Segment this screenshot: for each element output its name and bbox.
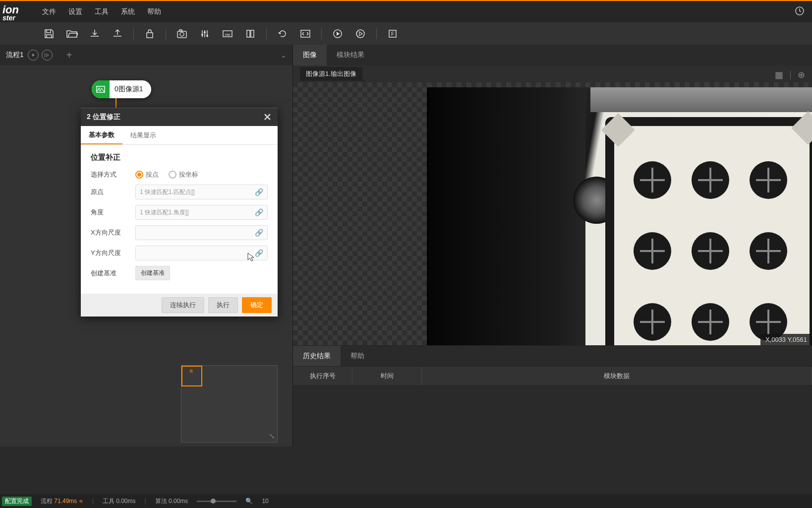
preview-panel: 图像 模块结果 图像源1.输出图像 ▦ | ⊕ ‹ <box>292 45 812 446</box>
toolbar: var F <box>0 22 812 45</box>
flow-canvas[interactable]: 0图像源1 2 位置修正 ✕ 基本参数 结果显示 位置补正 选择方式 <box>0 65 292 446</box>
variable-icon[interactable]: var <box>221 27 234 41</box>
menu-tools[interactable]: 工具 <box>95 7 109 16</box>
continuous-exec-button[interactable]: 连续执行 <box>162 297 204 313</box>
tab-module-result[interactable]: 模块结果 <box>327 45 374 65</box>
section-title: 位置补正 <box>91 153 268 162</box>
toolbar-separator <box>133 28 134 39</box>
image-source-row: 图像源1.输出图像 ▦ | ⊕ <box>293 65 812 82</box>
resize-handle-icon[interactable]: ⤡ <box>269 432 275 440</box>
origin-input[interactable]: 1 快速匹配1.匹配点[]🔗 <box>135 185 268 199</box>
toolbar-separator <box>321 28 322 39</box>
zoom-slider[interactable] <box>197 501 236 502</box>
clock-icon[interactable] <box>795 6 805 16</box>
flow-run-once-icon[interactable] <box>28 50 39 61</box>
exec-button[interactable]: 执行 <box>208 297 238 313</box>
label-y-scale: Y方向尺度 <box>91 249 135 257</box>
dialog-title-text: 2 位置修正 <box>87 113 120 122</box>
label-select-method: 选择方式 <box>91 170 135 179</box>
y-scale-input[interactable]: 🔗 <box>135 246 268 260</box>
zoom-search-icon[interactable]: 🔍 <box>245 498 253 505</box>
minimap[interactable]: ≡ ⤡ <box>181 365 278 443</box>
logo-line1: ion <box>2 5 19 15</box>
result-table-header: 执行序号 时间 模块数据 <box>293 366 812 385</box>
svg-rect-11 <box>251 30 254 37</box>
toolbar-separator <box>376 28 377 39</box>
dialog-body: 位置补正 选择方式 按点 按坐标 原点 1 快速匹配1.匹配点[]🔗 角度 <box>81 145 278 294</box>
export-icon[interactable] <box>111 27 124 41</box>
refresh-icon[interactable] <box>276 27 290 41</box>
label-x-scale: X方向尺度 <box>91 228 135 237</box>
flow-tab-1[interactable]: 流程1 <box>6 51 24 60</box>
front-panel-icon[interactable]: F <box>386 27 400 41</box>
result-table-body[interactable] <box>293 385 812 446</box>
grid-icon[interactable]: ▦ <box>775 69 783 80</box>
svg-rect-1 <box>147 33 153 38</box>
sliders-icon[interactable] <box>198 27 212 41</box>
layout-icon[interactable] <box>243 27 257 41</box>
status-tool-time: 0.00ms <box>116 498 135 505</box>
radio-by-point[interactable]: 按点 <box>135 170 159 179</box>
camera-image <box>427 87 812 345</box>
th-sequence: 执行序号 <box>293 367 352 385</box>
image-viewport[interactable]: ‹ X,0033 Y,0561 <box>293 82 812 345</box>
svg-rect-4 <box>179 30 182 31</box>
svg-point-7 <box>206 35 208 37</box>
minimap-viewport[interactable] <box>181 366 202 386</box>
close-icon[interactable]: ✕ <box>263 111 272 123</box>
x-scale-input[interactable]: 🔗 <box>135 225 268 240</box>
menubar: 文件 设置 工具 系统 帮助 <box>0 0 812 22</box>
image-icon <box>92 80 110 98</box>
menu-system[interactable]: 系统 <box>121 7 135 16</box>
play-icon[interactable] <box>331 27 345 41</box>
play-loop-icon[interactable] <box>353 27 367 41</box>
link-icon[interactable]: 🔗 <box>255 208 263 216</box>
tool-separator: | <box>789 69 792 80</box>
position-correction-dialog: 2 位置修正 ✕ 基本参数 结果显示 位置补正 选择方式 按点 按坐标 <box>81 108 278 317</box>
menu-settings[interactable]: 设置 <box>68 7 82 16</box>
result-tabs: 历史结果 帮助 <box>293 345 812 366</box>
image-source-tag[interactable]: 图像源1.输出图像 <box>300 67 362 81</box>
label-angle: 角度 <box>91 208 135 217</box>
open-icon[interactable] <box>65 27 79 41</box>
menu-file[interactable]: 文件 <box>42 7 56 16</box>
chevron-down-icon[interactable]: ⌄ <box>281 51 287 59</box>
lock-icon[interactable] <box>143 27 157 41</box>
flow-run-loop-icon[interactable] <box>42 50 53 61</box>
zoom-icon[interactable]: ⊕ <box>798 69 805 80</box>
svg-text:F: F <box>391 31 394 37</box>
flow-add-tab[interactable]: + <box>57 50 72 61</box>
radio-by-coord[interactable]: 按坐标 <box>169 170 198 179</box>
menu-help[interactable]: 帮助 <box>147 7 161 16</box>
link-icon[interactable]: 🔗 <box>255 229 263 237</box>
save-icon[interactable] <box>42 27 56 41</box>
link-icon[interactable]: 🔗 <box>255 249 263 257</box>
zoom-value: 10 <box>262 498 268 505</box>
angle-input[interactable]: 1 快速匹配1.角度[]🔗 <box>135 205 268 220</box>
tab-result-display[interactable]: 结果显示 <box>122 126 164 144</box>
dialog-titlebar[interactable]: 2 位置修正 ✕ <box>81 108 278 126</box>
confirm-button[interactable]: 确定 <box>242 297 272 313</box>
flow-tabs: 流程1 + ⌄ <box>0 45 292 65</box>
tab-history[interactable]: 历史结果 <box>293 346 341 366</box>
link-icon[interactable]: 🔗 <box>255 188 263 196</box>
tab-basic-params[interactable]: 基本参数 <box>81 126 122 144</box>
status-algo-time: 0.00ms <box>169 498 188 505</box>
create-base-button[interactable]: 创建基准 <box>135 266 170 280</box>
node-label: 0图像源1 <box>115 85 143 94</box>
code-icon[interactable] <box>298 27 312 41</box>
status-tool-label: 工具 0.00ms <box>103 497 136 506</box>
tab-help[interactable]: 帮助 <box>341 346 374 366</box>
svg-point-14 <box>356 30 364 38</box>
label-origin: 原点 <box>91 188 135 196</box>
preview-tabs: 图像 模块结果 <box>293 45 812 65</box>
tab-image[interactable]: 图像 <box>293 45 327 65</box>
import-icon[interactable] <box>88 27 102 41</box>
svg-text:var: var <box>225 32 230 37</box>
svg-rect-10 <box>247 30 250 37</box>
flow-panel: 流程1 + ⌄ 0图像源1 2 位置修正 ✕ 基本参数 结果显示 <box>0 45 292 446</box>
node-image-source[interactable]: 0图像源1 <box>92 80 151 98</box>
radio-point-label: 按点 <box>146 170 159 179</box>
angle-value: 1 快速匹配1.角度[] <box>140 208 189 217</box>
camera-icon[interactable] <box>175 27 189 41</box>
